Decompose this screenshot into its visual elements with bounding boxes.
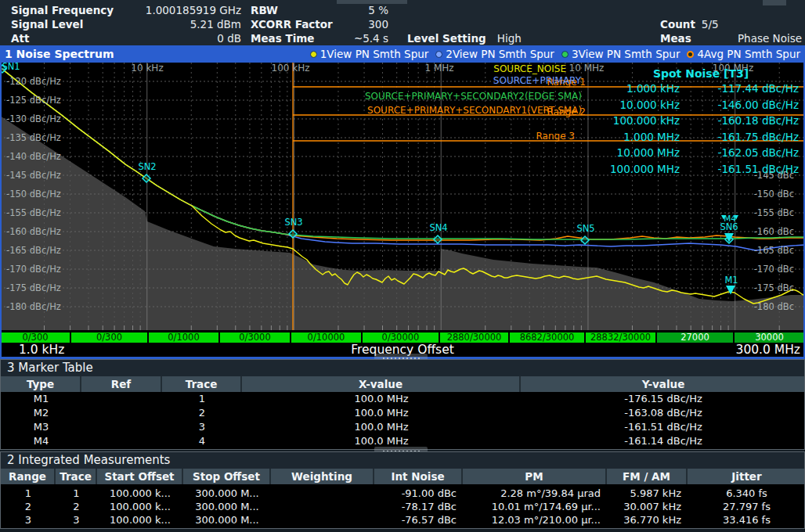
header-field-mid-2[interactable]: Meas Time~5.4 s <box>251 31 388 45</box>
spot-noise-title: Spot Noise [T3] <box>601 66 800 81</box>
xcorr-segment: 30000 <box>735 332 804 343</box>
spot-noise-value: -146.00 dBc/Hz <box>680 97 800 113</box>
field-value: 5 % <box>368 3 388 17</box>
cell: 100.0 MHz <box>242 392 521 406</box>
field-label: Meas Time <box>251 31 315 45</box>
spot-noise-freq: 1.000 kHz <box>601 81 680 97</box>
legend-trace-1[interactable]: 1View PN Smth Spur <box>310 48 429 60</box>
header-field-count[interactable]: Count 5/5 <box>660 17 802 31</box>
noise-spectrum-plot[interactable]: -120 dBc/Hz-125 dBc/Hz-130 dBc/Hz-135 dB… <box>0 63 805 330</box>
cell: 100.000 k... <box>97 513 183 527</box>
spot-noise-table: Spot Noise [T3] 1.000 kHz-117.44 dBc/Hz1… <box>601 66 800 178</box>
cell: -91.00 dBc <box>374 487 463 500</box>
legend-label: 2View PN Smth Spur <box>446 48 554 60</box>
header-field-meas[interactable]: Meas Phase Noise <box>660 31 802 45</box>
spot-noise-freq: 100.000 MHz <box>601 161 680 178</box>
meas-value: Phase Noise <box>738 31 802 45</box>
x-axis-start: 1.0 kHz <box>0 343 235 357</box>
x-axis-stop: 300.0 MHz <box>570 343 805 357</box>
legend-dot-icon <box>310 51 317 58</box>
field-value: 300 <box>368 17 388 31</box>
cell: 300.000 M... <box>183 513 271 527</box>
column-header-stop-offset: Stop Offset <box>183 469 271 484</box>
cell: 1 <box>56 487 97 500</box>
integrated-row[interactable]: 33100.000 k...300.000 M...-76.57 dBc12.0… <box>1 513 804 527</box>
cell: M4 <box>1 434 81 448</box>
trace-legend: 1View PN Smth Spur2View PN Smth Spur3Vie… <box>310 48 805 60</box>
cell: 1 <box>162 392 242 406</box>
header-field-left-1[interactable]: Signal Level5.21 dBm <box>11 17 241 31</box>
column-header-type: Type <box>1 376 81 392</box>
column-header-range: Range <box>1 469 56 484</box>
spot-noise-freq: 10.000 kHz <box>601 97 680 113</box>
cell: -161.14 dBc/Hz <box>521 434 805 448</box>
header-field-level-setting[interactable]: Level Setting High <box>407 31 532 45</box>
column-header-fm-am: FM / AM <box>607 469 688 484</box>
xcorr-segment: 28832/30000 <box>586 332 655 343</box>
cell <box>81 420 162 434</box>
spot-noise-value: -117.44 dBc/Hz <box>680 81 800 97</box>
header-field-mid-0[interactable]: RBW5 % <box>251 3 388 17</box>
cell: 300.000 M... <box>183 500 271 513</box>
xcorr-segment: 8682/30000 <box>510 332 584 343</box>
noise-spectrum-window: 1 Noise Spectrum 1View PN Smth Spur2View… <box>0 45 805 359</box>
spot-noise-row: 100.000 MHz-161.51 dBc/Hz <box>601 161 800 178</box>
spot-noise-row: 10.000 MHz-162.05 dBc/Hz <box>601 145 800 161</box>
marker-table-window: 3 Marker Table TypeRefTraceX-valueY-valu… <box>0 359 805 450</box>
cell <box>271 487 374 500</box>
column-header-trace: Trace <box>162 376 242 392</box>
cell: 27.797 fs <box>688 500 805 513</box>
cell: 4 <box>162 434 242 448</box>
xcorr-segment: 27000 <box>657 332 733 343</box>
top-right-handle[interactable] <box>763 0 786 5</box>
column-header-pm: PM <box>463 469 607 484</box>
count-label: Count <box>660 17 695 31</box>
legend-trace-2[interactable]: 2View PN Smth Spur <box>435 48 554 60</box>
legend-trace-3[interactable]: 3View PN Smth Spur <box>561 48 680 60</box>
cell: 6.340 fs <box>688 487 805 500</box>
marker-table-row[interactable]: M22100.0 MHz-163.08 dBc/Hz <box>1 406 804 420</box>
marker-triangle[interactable] <box>726 286 735 294</box>
cell: 30.007 kHz <box>607 500 688 513</box>
marker-triangle[interactable] <box>734 215 738 220</box>
integrated-row[interactable]: 22100.000 k...300.000 M...-78.17 dBc10.0… <box>1 500 804 513</box>
header-field-left-2[interactable]: Att0 dB <box>11 31 241 45</box>
legend-dot-icon <box>435 51 442 58</box>
cell: 3 <box>56 513 97 527</box>
noise-spectrum-title: 1 Noise Spectrum <box>0 48 114 60</box>
spot-marker-diamond[interactable] <box>434 235 442 243</box>
integrated-row[interactable]: 11100.000 k...300.000 M...-91.00 dBc2.28… <box>1 487 804 500</box>
legend-trace-4[interactable]: 4Avg PN Smth Spur <box>687 48 800 60</box>
header-field-left-0[interactable]: Signal Frequency1.000185919 GHz <box>11 3 241 17</box>
noise-spectrum-titlebar[interactable]: 1 Noise Spectrum 1View PN Smth Spur2View… <box>0 45 805 63</box>
column-header-x-value: X-value <box>242 376 521 392</box>
marker-table-header: TypeRefTraceX-valueY-value <box>1 376 804 392</box>
cell: M1 <box>1 392 81 406</box>
cell: 100.0 MHz <box>242 406 521 420</box>
marker-table-row[interactable]: M33100.0 MHz-161.51 dBc/Hz <box>1 420 804 434</box>
spot-noise-value: -161.75 dBc/Hz <box>680 129 800 146</box>
header-field-mid-1[interactable]: XCORR Factor300 <box>251 17 388 31</box>
spot-noise-freq: 100.000 kHz <box>601 113 680 129</box>
xcorr-segment: 2880/30000 <box>440 332 508 343</box>
phase-noise-analyzer-screen: Signal Frequency1.000185919 GHzSignal Le… <box>0 0 805 532</box>
column-header-ref: Ref <box>81 376 162 392</box>
cell: 2 <box>1 500 56 513</box>
level-setting-label: Level Setting <box>407 31 486 45</box>
cell <box>81 434 162 448</box>
column-header-jitter: Jitter <box>688 469 805 484</box>
cell: -78.17 dBc <box>374 500 463 513</box>
cell: -163.08 dBc/Hz <box>521 406 805 420</box>
marker-table-title[interactable]: 3 Marker Table <box>1 360 804 376</box>
spot-noise-value: -160.18 dBc/Hz <box>680 113 800 129</box>
marker-triangle[interactable] <box>721 215 726 220</box>
cell: M3 <box>1 420 81 434</box>
field-value: 5.21 dBm <box>190 17 241 31</box>
integrated-title[interactable]: 2 Integrated Measurements <box>1 452 804 469</box>
column-header-trace: Trace <box>56 469 97 484</box>
cell: -161.51 dBc/Hz <box>521 420 805 434</box>
field-label: Att <box>11 31 29 45</box>
spot-noise-freq: 10.000 MHz <box>601 145 680 161</box>
marker-table-row[interactable]: M11100.0 MHz-176.15 dBc/Hz <box>1 392 804 406</box>
cell: 2 <box>56 500 97 513</box>
